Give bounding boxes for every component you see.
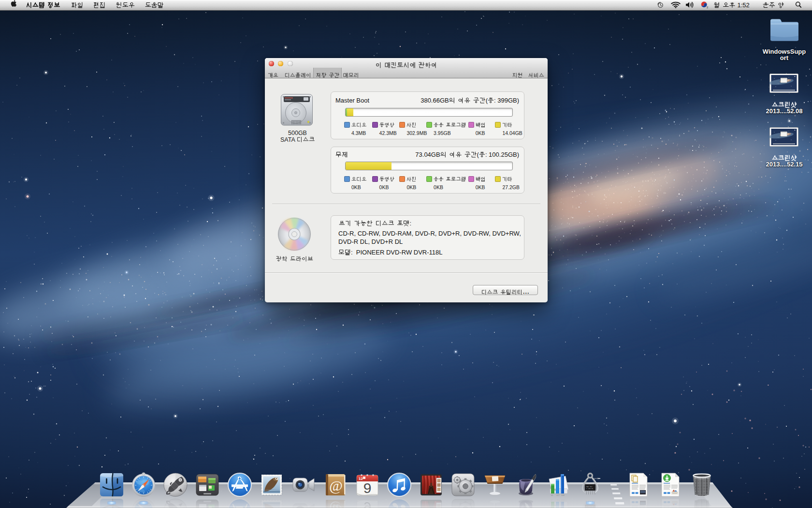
svg-text:12: 12 — [359, 477, 363, 481]
svg-text:108: 108 — [561, 499, 565, 501]
svg-text:61: 61 — [551, 499, 553, 501]
svg-text:127: 127 — [556, 499, 560, 501]
svg-text:9: 9 — [363, 480, 371, 496]
svg-text:127: 127 — [556, 494, 560, 496]
svg-text:T 10N 0S: T 10N 0S — [586, 506, 594, 507]
svg-text:2: 2 — [707, 6, 708, 8]
svg-text:@: @ — [329, 478, 343, 494]
svg-text:108: 108 — [561, 494, 565, 496]
svg-text:@: @ — [329, 501, 343, 508]
svg-text:MAC OSX: MAC OSX — [586, 486, 593, 488]
svg-text:61: 61 — [551, 494, 553, 496]
svg-text:T 10N 0S: T 10N 0S — [586, 488, 594, 490]
